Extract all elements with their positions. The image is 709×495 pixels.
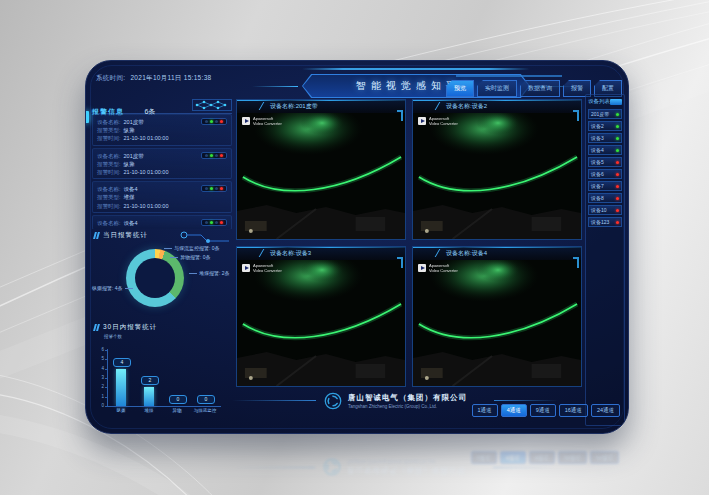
channel-button-3[interactable]: 9通道 bbox=[530, 404, 556, 417]
alarm-status-indicator bbox=[201, 152, 227, 159]
footer-line-left bbox=[232, 400, 316, 401]
alarm-time-label: 报警时间: bbox=[97, 203, 121, 209]
video-cell-header: 设备名称:设备3 bbox=[237, 247, 405, 261]
device-name: 设备8 bbox=[591, 195, 604, 201]
alarm-sidebar: 报警信息 6条 设备名称:201皮带报警类型:纵撕报警时间:21-10-10 0… bbox=[92, 99, 232, 421]
device-list-header: 设备列表 bbox=[586, 95, 624, 108]
video-device-name: 201皮带 bbox=[296, 103, 318, 109]
device-name: 设备2 bbox=[591, 123, 604, 129]
panel-edge-chip bbox=[85, 111, 89, 123]
video-device-name: 设备2 bbox=[472, 103, 487, 109]
y-tick-dash bbox=[105, 369, 108, 370]
alarm-type-label: 报警类型: bbox=[97, 194, 121, 200]
dashboard-panel: 系统时间: 2021年10月11日 15:15:38 智能视觉感知平台 预览实时… bbox=[85, 60, 629, 434]
y-tick: 5 bbox=[94, 356, 104, 361]
video-name-label: 设备名称: bbox=[270, 103, 296, 109]
section-bars-icon bbox=[93, 232, 97, 239]
alarm-type-label: 报警类型: bbox=[97, 127, 121, 133]
alarm-device-value: 201皮带 bbox=[124, 153, 144, 159]
device-item[interactable]: 设备8 bbox=[588, 193, 622, 203]
device-item[interactable]: 设备5 bbox=[588, 157, 622, 167]
nav-tab-1[interactable]: 预览 bbox=[446, 80, 474, 97]
video-frame-image bbox=[413, 113, 581, 239]
watermark-line2: Video Converter bbox=[429, 122, 458, 127]
nav-tab-3[interactable]: 数据查询 bbox=[520, 80, 560, 97]
device-item[interactable]: 设备10 bbox=[588, 205, 622, 215]
channel-buttons: 1通道4通道9通道16通道24通道 bbox=[472, 404, 620, 417]
channel-button-1[interactable]: 1通道 bbox=[472, 404, 498, 417]
status-dot bbox=[616, 221, 619, 224]
alarm-type-label: 报警类型: bbox=[97, 161, 121, 167]
alarm-card[interactable]: 设备名称:设备4报警类型:堆煤报警时间:21-10-10 01:00:00 bbox=[92, 181, 232, 213]
today-alarm-donut-chart: 与煤流监控报警: 0条异物报警: 0条堆煤报警: 2条纵撕报警: 4条 bbox=[92, 243, 232, 319]
watermark-line2: Video Converter bbox=[253, 122, 282, 127]
device-item[interactable]: 设备6 bbox=[588, 169, 622, 179]
alarm-card[interactable]: 设备名称:201皮带报警类型:纵撕报警时间:21-10-10 01:00:00 bbox=[92, 148, 232, 180]
video-grid: 设备名称:201皮带 ApowersoftVideo C bbox=[236, 99, 582, 387]
y-tick: 4 bbox=[94, 366, 104, 371]
company-name-en: Tangshan Zhicheng Electric (Group) Co.,L… bbox=[348, 404, 467, 409]
nav-tab-2[interactable]: 实时监测 bbox=[477, 80, 517, 97]
video-frame-image bbox=[237, 113, 405, 239]
header-slash-decoration bbox=[259, 102, 270, 110]
alarm-card[interactable]: 设备名称:设备4 bbox=[92, 215, 232, 229]
video-cell-2[interactable]: 设备名称:设备2 ApowersoftVideo Con bbox=[412, 99, 582, 240]
device-item[interactable]: 设备4 bbox=[588, 145, 622, 155]
status-dot bbox=[616, 173, 619, 176]
device-name: 设备10 bbox=[591, 207, 607, 213]
status-dot bbox=[616, 185, 619, 188]
device-item[interactable]: 设备123 bbox=[588, 217, 622, 227]
watermark-logo-icon bbox=[418, 117, 426, 125]
video-cell-header: 设备名称:设备4 bbox=[413, 247, 581, 261]
device-name: 设备7 bbox=[591, 183, 604, 189]
device-list-title: 设备列表 bbox=[588, 98, 610, 105]
video-feed: ApowersoftVideo Converter bbox=[237, 113, 405, 239]
device-item[interactable]: 设备3 bbox=[588, 133, 622, 143]
alarm-device-value: 设备4 bbox=[124, 186, 138, 192]
video-cell-3[interactable]: 设备名称:设备3 ApowersoftVideo Con bbox=[236, 246, 406, 387]
y-tick-dash bbox=[105, 359, 108, 360]
channel-button-4[interactable]: 16通道 bbox=[559, 404, 588, 417]
video-cell-header: 设备名称:设备2 bbox=[413, 100, 581, 114]
nav-accent-line bbox=[456, 75, 562, 77]
device-item[interactable]: 设备7 bbox=[588, 181, 622, 191]
alarm-device-label: 设备名称: bbox=[97, 119, 121, 125]
video-cell-4[interactable]: 设备名称:设备4 ApowersoftVideo Con bbox=[412, 246, 582, 387]
status-dot bbox=[616, 113, 619, 116]
alarm-device-value: 201皮带 bbox=[124, 119, 144, 125]
header-accent-line bbox=[302, 68, 530, 70]
video-name-label: 设备名称: bbox=[446, 103, 472, 109]
alarm-card[interactable]: 设备名称:201皮带报警类型:纵撕报警时间:21-10-10 01:00:00 bbox=[92, 114, 232, 146]
channel-button-5[interactable]: 24通道 bbox=[591, 404, 620, 417]
device-list-panel: 设备列表 201皮带设备2设备3设备4设备5设备6设备7设备8设备10设备123 bbox=[585, 94, 625, 426]
bar-chart-ylabel: 报警个数 bbox=[104, 334, 122, 339]
device-list-tab[interactable] bbox=[610, 99, 622, 105]
status-dot bbox=[616, 209, 619, 212]
alarm-list: 设备名称:201皮带报警类型:纵撕报警时间:21-10-10 01:00:00设… bbox=[92, 114, 232, 229]
video-cell-header: 设备名称:201皮带 bbox=[237, 100, 405, 114]
alarm-time-value: 21-10-10 01:00:00 bbox=[124, 169, 169, 175]
section-bars-icon bbox=[93, 324, 97, 331]
channel-button-2[interactable]: 4通道 bbox=[501, 404, 527, 417]
monthly-stats-title-text: 30日内报警统计 bbox=[103, 323, 157, 332]
watermark: ApowersoftVideo Converter bbox=[418, 264, 458, 273]
status-dot bbox=[616, 137, 619, 140]
device-item[interactable]: 201皮带 bbox=[588, 109, 622, 119]
video-name-label: 设备名称: bbox=[446, 250, 472, 256]
device-item[interactable]: 设备2 bbox=[588, 121, 622, 131]
watermark: ApowersoftVideo Converter bbox=[242, 264, 282, 273]
video-frame-image bbox=[237, 260, 405, 386]
watermark-logo-icon bbox=[242, 117, 250, 125]
watermark-line2: Video Converter bbox=[253, 269, 282, 274]
device-name: 设备123 bbox=[591, 219, 609, 225]
company-logo-icon bbox=[324, 392, 342, 410]
alarm-type-value: 堆煤 bbox=[124, 194, 135, 200]
header-slash-decoration bbox=[259, 249, 270, 257]
status-dot bbox=[616, 161, 619, 164]
video-frame-image bbox=[413, 260, 581, 386]
title-wing-left bbox=[252, 86, 298, 87]
alarm-time-value: 21-10-10 01:00:00 bbox=[124, 135, 169, 141]
watermark-text: ApowersoftVideo Converter bbox=[253, 264, 282, 273]
donut-callout: 堆煤报警: 2条 bbox=[189, 270, 230, 276]
video-cell-1[interactable]: 设备名称:201皮带 ApowersoftVideo C bbox=[236, 99, 406, 240]
